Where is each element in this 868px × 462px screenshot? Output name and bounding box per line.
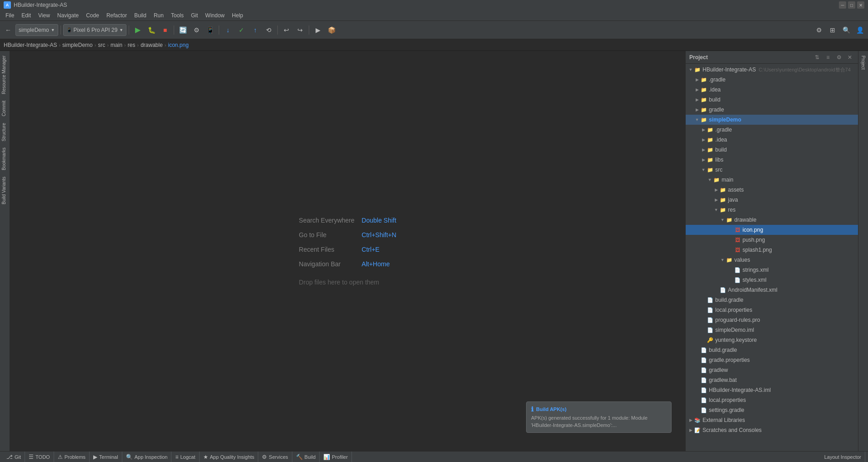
menu-refactor[interactable]: Refactor bbox=[103, 10, 130, 20]
menu-build[interactable]: Build bbox=[130, 10, 150, 20]
menu-tools[interactable]: Tools bbox=[167, 10, 187, 20]
tree-item[interactable]: ▶ 📄 local.properties bbox=[686, 305, 858, 315]
stop-button[interactable]: ■ bbox=[159, 24, 171, 36]
redo-button[interactable]: ↪ bbox=[294, 24, 306, 36]
tree-item[interactable]: ▼ 📁 values bbox=[686, 255, 858, 265]
tree-item[interactable]: ▶ 📁 .idea bbox=[686, 135, 858, 145]
git-update-button[interactable]: ↓ bbox=[221, 24, 234, 36]
tree-item[interactable]: ▶ 🔑 yunteng.keystore bbox=[686, 335, 858, 345]
tree-item[interactable]: ▶ 📄 proguard-rules.pro bbox=[686, 315, 858, 325]
tree-item[interactable]: ▶ 📄 strings.xml bbox=[686, 265, 858, 275]
breadcrumb-src[interactable]: src bbox=[98, 42, 105, 48]
tree-toggle[interactable]: ▶ bbox=[687, 427, 694, 433]
tree-toggle[interactable]: ▶ bbox=[694, 96, 700, 103]
panel-sort-button[interactable]: ⇅ bbox=[813, 53, 822, 62]
tree-item[interactable]: ▶ 📄 gradlew.bat bbox=[686, 375, 858, 385]
tree-toggle[interactable]: ▶ bbox=[700, 157, 707, 163]
tree-toggle[interactable]: ▼ bbox=[707, 177, 713, 183]
tree-item[interactable]: ▼ 📁 drawable bbox=[686, 215, 858, 225]
avd-manager-button[interactable]: 📱 bbox=[204, 24, 216, 36]
menu-git[interactable]: Git bbox=[187, 10, 201, 20]
breadcrumb-main[interactable]: main bbox=[110, 42, 122, 48]
tree-item[interactable]: ▼ 📁 res bbox=[686, 205, 858, 215]
panel-collapse-button[interactable]: ≡ bbox=[823, 53, 833, 62]
tree-toggle[interactable]: ▼ bbox=[694, 117, 700, 123]
menu-file[interactable]: File bbox=[2, 10, 18, 20]
tree-toggle[interactable]: ▼ bbox=[713, 207, 719, 213]
menu-code[interactable]: Code bbox=[82, 10, 103, 20]
status-app-inspection[interactable]: 🔍 App Inspection bbox=[122, 452, 172, 462]
status-services[interactable]: ⚙ Services bbox=[258, 452, 292, 462]
layout-button[interactable]: ⊞ bbox=[826, 24, 839, 36]
tree-item[interactable]: ▶ 📁 .gradle bbox=[686, 75, 858, 85]
menu-edit[interactable]: Edit bbox=[18, 10, 35, 20]
tree-item[interactable]: ▶ 📄 gradlew bbox=[686, 365, 858, 375]
tree-root[interactable]: ▼ 📁 HBuilder-Integrate-AS C:\Users\yunte… bbox=[686, 65, 858, 75]
status-git[interactable]: ⎇ Git bbox=[3, 452, 25, 462]
breadcrumb-res[interactable]: res bbox=[128, 42, 135, 48]
sidebar-resource-manager[interactable]: Resource Manager bbox=[0, 53, 10, 97]
sidebar-structure[interactable]: Structure bbox=[0, 120, 10, 144]
tree-item[interactable]: ▶ 📁 assets bbox=[686, 185, 858, 195]
status-layout-inspector[interactable]: Layout Inspector bbox=[821, 452, 865, 462]
undo-button[interactable]: ↩ bbox=[280, 24, 293, 36]
tree-scratches[interactable]: ▶ 📝 Scratches and Consoles bbox=[686, 425, 858, 435]
tree-item[interactable]: ▶ 🖼 push.png bbox=[686, 235, 858, 245]
run-button[interactable]: ▶ bbox=[131, 24, 144, 36]
tree-item[interactable]: ▼ 📁 main bbox=[686, 175, 858, 185]
git-push-button[interactable]: ↑ bbox=[249, 24, 261, 36]
account-button[interactable]: 👤 bbox=[853, 24, 866, 36]
menu-help[interactable]: Help bbox=[228, 10, 247, 20]
terminal-button[interactable]: ▶ bbox=[311, 24, 324, 36]
status-build[interactable]: 🔨 Build bbox=[292, 452, 320, 462]
debug-button[interactable]: 🐛 bbox=[145, 24, 158, 36]
device-selector[interactable]: 📱 Pixel 6 Pro API 29 ▼ bbox=[63, 24, 127, 36]
title-bar-controls[interactable]: ─ □ ✕ bbox=[839, 1, 864, 9]
breadcrumb-file[interactable]: icon.png bbox=[168, 42, 189, 48]
status-profiler[interactable]: 📊 Profiler bbox=[320, 452, 352, 462]
sidebar-build-variants[interactable]: Build Variants bbox=[0, 174, 10, 207]
tree-toggle[interactable]: ▶ bbox=[687, 417, 694, 423]
maximize-button[interactable]: □ bbox=[848, 1, 855, 9]
menu-view[interactable]: View bbox=[35, 10, 54, 20]
sync-button[interactable]: 🔄 bbox=[176, 24, 189, 36]
tree-toggle[interactable]: ▶ bbox=[694, 107, 700, 113]
tree-toggle[interactable]: ▶ bbox=[713, 187, 719, 193]
panel-close-button[interactable]: ✕ bbox=[845, 53, 854, 62]
tree-item[interactable]: ▶ 📁 gradle bbox=[686, 105, 858, 115]
sidebar-bookmarks[interactable]: Bookmarks bbox=[0, 145, 10, 173]
build-notification[interactable]: Build APK(s) APK(s) generated successful… bbox=[526, 401, 672, 433]
tree-item[interactable]: ▶ 📄 settings.gradle bbox=[686, 405, 858, 415]
tree-toggle[interactable]: ▶ bbox=[700, 147, 707, 153]
tree-item[interactable]: ▶ 📄 gradle.properties bbox=[686, 355, 858, 365]
tree-item[interactable]: ▶ 📄 build.gradle bbox=[686, 345, 858, 355]
tree-toggle[interactable]: ▶ bbox=[713, 197, 719, 203]
tree-item[interactable]: ▶ 📁 java bbox=[686, 195, 858, 205]
status-app-quality[interactable]: ★ App Quality Insights bbox=[200, 452, 259, 462]
git-history-button[interactable]: ⟲ bbox=[262, 24, 275, 36]
tree-item[interactable]: ▶ 📁 build bbox=[686, 95, 858, 105]
tree-root-toggle[interactable]: ▼ bbox=[687, 66, 694, 73]
menu-navigate[interactable]: Navigate bbox=[54, 10, 82, 20]
tree-item[interactable]: ▶ 📄 local.properties bbox=[686, 395, 858, 405]
back-button[interactable]: ← bbox=[2, 24, 15, 36]
tree-item[interactable]: ▶ 📁 libs bbox=[686, 155, 858, 165]
status-terminal[interactable]: ▶ Terminal bbox=[90, 452, 122, 462]
breadcrumb-root[interactable]: HBuilder-Integrate-AS bbox=[4, 42, 57, 48]
tree-item[interactable]: ▶ 📁 .idea bbox=[686, 85, 858, 95]
tree-item-icon-png[interactable]: ▶ 🖼 icon.png bbox=[686, 225, 858, 235]
sdk-manager-button[interactable]: ⚙ bbox=[190, 24, 203, 36]
tree-toggle[interactable]: ▼ bbox=[719, 217, 726, 223]
status-todo[interactable]: ☰ TODO bbox=[25, 452, 54, 462]
project-selector[interactable]: simpleDemo ▼ bbox=[15, 24, 58, 36]
tree-toggle[interactable]: ▶ bbox=[694, 86, 700, 93]
tree-toggle[interactable]: ▼ bbox=[700, 167, 707, 173]
settings-button[interactable]: ⚙ bbox=[813, 24, 825, 36]
project-tab[interactable]: Project bbox=[860, 53, 867, 72]
breadcrumb-drawable[interactable]: drawable bbox=[140, 42, 163, 48]
tree-toggle[interactable]: ▶ bbox=[700, 127, 707, 133]
status-logcat[interactable]: ≡ Logcat bbox=[171, 452, 199, 462]
tree-item[interactable]: ▶ 📄 simpleDemo.iml bbox=[686, 325, 858, 335]
tree-item[interactable]: ▶ 📄 build.gradle bbox=[686, 295, 858, 305]
tree-external-libraries[interactable]: ▶ 📚 External Libraries bbox=[686, 415, 858, 425]
